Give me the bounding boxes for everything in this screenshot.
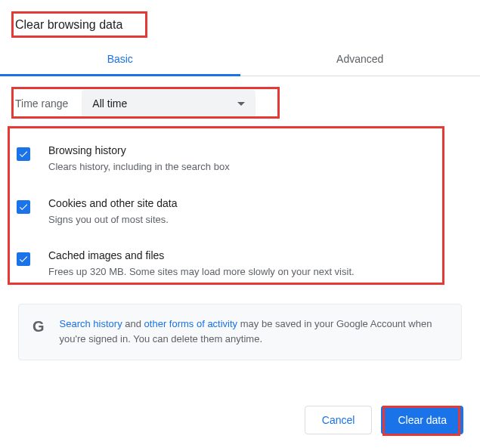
chevron-down-icon	[237, 102, 245, 106]
google-icon: G	[33, 318, 45, 335]
check-icon	[18, 254, 29, 264]
dialog-footer: Cancel Clear data	[305, 406, 463, 434]
option-title: Browsing history	[48, 144, 463, 156]
option-cookies: Cookies and other site data Signs you ou…	[15, 188, 465, 241]
option-cached: Cached images and files Frees up 320 MB.…	[15, 240, 465, 293]
clear-data-button[interactable]: Clear data	[381, 406, 463, 434]
options-list: Browsing history Clears history, includi…	[15, 126, 465, 299]
checkbox-cached[interactable]	[17, 252, 30, 266]
info-box: G Search history and other forms of acti…	[18, 304, 462, 361]
dialog-title: Clear browsing data	[15, 18, 122, 32]
time-range-select[interactable]: All time	[82, 90, 255, 117]
check-icon	[18, 202, 29, 212]
option-desc: Signs you out of most sites.	[48, 212, 463, 227]
time-range-label: Time range	[15, 97, 68, 110]
cancel-button[interactable]: Cancel	[305, 406, 373, 434]
info-text: Search history and other forms of activi…	[60, 317, 447, 348]
option-desc: Clears history, including in the search …	[48, 159, 463, 175]
tab-basic[interactable]: Basic	[0, 42, 240, 76]
time-range-value: All time	[92, 97, 127, 110]
option-title: Cached images and files	[48, 249, 463, 261]
checkbox-browsing-history[interactable]	[17, 147, 30, 161]
check-icon	[18, 149, 29, 159]
link-other-activity[interactable]: other forms of activity	[144, 318, 238, 329]
option-title: Cookies and other site data	[48, 197, 463, 209]
option-desc: Frees up 320 MB. Some sites may load mor…	[48, 264, 463, 280]
option-browsing-history: Browsing history Clears history, includi…	[15, 135, 465, 188]
tab-bar: Basic Advanced	[0, 42, 480, 76]
link-search-history[interactable]: Search history	[60, 318, 122, 329]
checkbox-cookies[interactable]	[17, 200, 30, 214]
tab-advanced[interactable]: Advanced	[240, 42, 481, 76]
